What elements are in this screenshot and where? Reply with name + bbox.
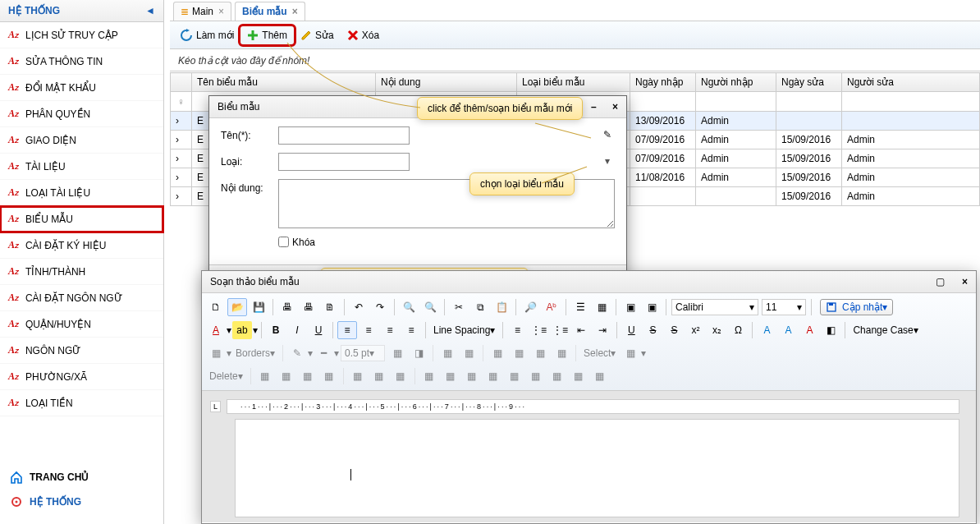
col-4[interactable]: Ngày nhập xyxy=(630,73,696,92)
ins1-icon[interactable]: ▦ xyxy=(255,367,275,385)
al2-icon[interactable]: ▦ xyxy=(441,367,460,385)
close-icon[interactable]: × xyxy=(292,6,298,17)
edit-button[interactable]: Sửa xyxy=(294,26,341,44)
col-5[interactable]: Người nhập xyxy=(696,73,776,92)
pt-dropdown[interactable]: 0.5 pt ▾ xyxy=(341,345,385,361)
close-icon[interactable]: × xyxy=(218,6,224,17)
list-multilevel-icon[interactable]: ⋮≡ xyxy=(550,321,570,339)
sidebar-item-8[interactable]: AZCÀI ĐẶT KÝ HIỆU xyxy=(0,232,163,259)
al3-icon[interactable]: ▦ xyxy=(462,367,482,385)
sidebar-item-13[interactable]: AZPHƯỜNG/XÃ xyxy=(0,364,163,390)
image2-icon[interactable]: ▣ xyxy=(642,298,662,316)
image1-icon[interactable]: ▣ xyxy=(621,298,640,316)
underline-icon[interactable]: U xyxy=(309,321,328,339)
input-ten[interactable] xyxy=(278,126,410,145)
sidebar-item-2[interactable]: AZĐỔI MẬT KHẨU xyxy=(0,75,163,101)
shading-icon[interactable]: ▦ xyxy=(206,344,226,362)
merge-icon[interactable]: ▦ xyxy=(348,367,368,385)
al1-icon[interactable]: ▦ xyxy=(419,367,439,385)
footer-home[interactable]: TRANG CHỦ xyxy=(0,465,163,490)
col-6[interactable]: Ngày sửa xyxy=(776,73,842,92)
sidebar-item-4[interactable]: AZGIAO DIỆN xyxy=(0,127,163,154)
font-dropdown[interactable]: Calibri▾ xyxy=(671,299,758,315)
ruler[interactable]: · · · 1 · · · | · · · 2 · · · | · · · 3 … xyxy=(227,399,959,414)
align-right-icon[interactable]: ≡ xyxy=(380,321,400,339)
close-icon[interactable]: × xyxy=(962,276,968,287)
highlight-icon[interactable]: ab xyxy=(232,321,252,339)
sidebar-item-14[interactable]: AZLOẠI TIỀN xyxy=(0,390,163,416)
ins4-icon[interactable]: ▦ xyxy=(319,367,339,385)
font-a-icon[interactable]: A xyxy=(799,321,819,339)
delete-dropdown[interactable]: Delete ▾ xyxy=(206,367,246,385)
eraser-icon[interactable]: ◧ xyxy=(821,321,840,339)
sidebar-item-7[interactable]: AZBIỂU MẪU xyxy=(0,206,163,232)
tbl6-icon[interactable]: ▦ xyxy=(552,344,571,362)
select-loai[interactable] xyxy=(278,153,410,171)
indent-inc-icon[interactable]: ⇥ xyxy=(593,321,612,339)
find-icon[interactable]: 🔎 xyxy=(520,298,540,316)
open-icon[interactable]: 📂 xyxy=(227,298,247,316)
col-0[interactable] xyxy=(171,73,192,92)
al4-icon[interactable]: ▦ xyxy=(483,367,503,385)
strike-icon[interactable]: S xyxy=(643,321,662,339)
chevron-down-icon[interactable]: ▾ xyxy=(605,155,610,167)
tbl4-icon[interactable]: ▦ xyxy=(509,344,529,362)
sidebar-item-3[interactable]: AZPHÂN QUYỀN xyxy=(0,101,163,127)
superscript-icon[interactable]: x² xyxy=(685,321,705,339)
sidebar-item-0[interactable]: AZLỊCH SỬ TRUY CẬP xyxy=(0,22,163,48)
sidebar-item-5[interactable]: AZTÀI LIỆU xyxy=(0,154,163,180)
align-left-icon[interactable]: ≡ xyxy=(337,321,357,339)
al7-icon[interactable]: ▦ xyxy=(547,367,567,385)
sidebar-item-9[interactable]: AZTỈNH/THÀNH xyxy=(0,259,163,285)
quick-print-icon[interactable]: 🖶 xyxy=(299,298,318,316)
list-bullet-icon[interactable]: ⋮≡ xyxy=(529,321,548,339)
undo-icon[interactable]: ↶ xyxy=(349,298,369,316)
editor-header[interactable]: Soạn thảo biểu mẫu ▢ × xyxy=(202,271,976,293)
columns-icon[interactable]: ☰ xyxy=(570,298,590,316)
tbl1-icon[interactable]: ▦ xyxy=(437,344,457,362)
col-3[interactable]: Loại biểu mẫu xyxy=(517,73,630,92)
eraser2-icon[interactable]: ◨ xyxy=(409,344,428,362)
bold-icon[interactable]: B xyxy=(266,321,286,339)
collapse-icon[interactable]: ◄ xyxy=(145,5,155,16)
list-num-icon[interactable]: ≡ xyxy=(507,321,527,339)
col-7[interactable]: Người sửa xyxy=(842,73,980,92)
zoom-in-icon[interactable]: 🔍 xyxy=(420,298,440,316)
copy-icon[interactable]: ⧉ xyxy=(470,298,490,316)
size-dropdown[interactable]: 11▾ xyxy=(762,299,806,315)
tab-bieumau[interactable]: Biểu mẫu × xyxy=(235,2,305,21)
select-dropdown[interactable]: Select ▾ xyxy=(580,344,619,362)
print-icon[interactable]: 🖶 xyxy=(277,298,297,316)
grouping-hint[interactable]: Kéo thả cột vào đây để nhóm! xyxy=(170,50,980,71)
sp2-icon[interactable]: ▦ xyxy=(391,367,410,385)
cut-icon[interactable]: ✂ xyxy=(449,298,469,316)
editor-update-button[interactable]: Cập nhật ▾ xyxy=(820,299,893,315)
sidebar-header[interactable]: HỆ THỐNG ◄ xyxy=(0,0,163,22)
tbl2-icon[interactable]: ▦ xyxy=(459,344,479,362)
sidebar-item-10[interactable]: AZCÀI ĐẶT NGÔN NGỮ xyxy=(0,285,163,311)
shrink-font-icon[interactable]: A xyxy=(778,321,798,339)
symbol-icon[interactable]: Ω xyxy=(728,321,748,339)
add-button[interactable]: Thêm xyxy=(240,26,294,44)
replace-icon[interactable]: Aᵇ xyxy=(542,298,561,316)
minimize-icon[interactable]: – xyxy=(591,101,597,113)
cap-u-icon[interactable]: U xyxy=(621,321,641,339)
align-justify-icon[interactable]: ≡ xyxy=(401,321,421,339)
table-icon[interactable]: ▦ xyxy=(592,298,611,316)
col-1[interactable]: Tên biểu mẫu xyxy=(192,73,376,92)
edit-icon[interactable]: ✎ xyxy=(603,129,611,140)
al9-icon[interactable]: ▦ xyxy=(590,367,610,385)
maximize-icon[interactable]: ▢ xyxy=(936,276,945,287)
font-color-icon[interactable]: A xyxy=(206,321,226,339)
tbl5-icon[interactable]: ▦ xyxy=(530,344,550,362)
sp1-icon[interactable]: ▦ xyxy=(369,367,389,385)
line-spacing-dropdown[interactable]: Line Spacing ▾ xyxy=(430,321,498,339)
italic-icon[interactable]: I xyxy=(287,321,307,339)
drawtable-icon[interactable]: ▦ xyxy=(387,344,407,362)
al6-icon[interactable]: ▦ xyxy=(526,367,546,385)
new-icon[interactable]: 🗋 xyxy=(206,298,226,316)
sidebar-item-11[interactable]: AZQUẬN/HUYỆN xyxy=(0,311,163,338)
sidebar-item-1[interactable]: AZSỬA THÔNG TIN xyxy=(0,48,163,75)
strike2-icon[interactable]: S xyxy=(664,321,684,339)
sidebar-item-12[interactable]: AZNGÔN NGỮ xyxy=(0,338,163,364)
